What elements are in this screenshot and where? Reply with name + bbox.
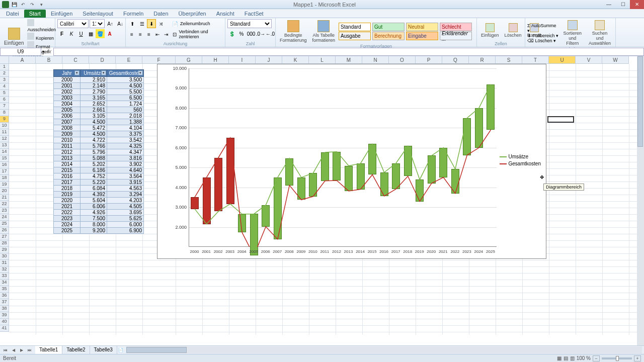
table-cell[interactable]: 2.661 xyxy=(80,107,107,113)
filter-dropdown-icon[interactable]: ▾ xyxy=(101,70,106,75)
table-cell[interactable]: 2000 xyxy=(54,77,80,83)
row-header-21[interactable]: 21 xyxy=(0,195,9,201)
table-cell[interactable]: 2006 xyxy=(54,113,80,119)
row-header-3[interactable]: 3 xyxy=(0,77,9,83)
sheet-tab-tabelle1[interactable]: Tabelle1 xyxy=(35,346,62,354)
namebox-dropdown-icon[interactable]: ▾ xyxy=(41,49,45,54)
table-row[interactable]: 20033.1656.500 xyxy=(54,95,144,101)
table-cell[interactable]: 2.148 xyxy=(80,83,107,89)
table-row[interactable]: 20115.7664.325 xyxy=(54,143,144,149)
fx-icon[interactable]: fx xyxy=(45,49,53,54)
table-cell[interactable]: 6.000 xyxy=(107,222,144,228)
qat-redo-icon[interactable]: ↷ xyxy=(28,1,36,8)
table-row[interactable]: 20224.9263.695 xyxy=(54,210,144,216)
align-left-icon[interactable]: ≡ xyxy=(128,30,136,39)
style-schlecht[interactable]: Schlecht xyxy=(440,23,472,31)
row-header-22[interactable]: 22 xyxy=(0,201,9,208)
table-row[interactable]: 20194.3923.294 xyxy=(54,192,144,198)
row-header-24[interactable]: 24 xyxy=(0,214,9,221)
table-row[interactable]: 20052.661560 xyxy=(54,107,144,113)
row-header-40[interactable]: 40 xyxy=(0,319,9,325)
row-header-8[interactable]: 8 xyxy=(0,110,9,116)
sheet-nav-next-icon[interactable]: ▶ xyxy=(18,346,25,353)
find-select-button[interactable]: Suchen und Auswählen xyxy=(586,19,613,47)
tab-seitenlayout[interactable]: Seitenlayout xyxy=(77,10,118,18)
table-cell[interactable]: 3.564 xyxy=(107,173,144,179)
table-cell[interactable]: 2020 xyxy=(54,198,80,204)
table-cell[interactable]: 2008 xyxy=(54,125,80,131)
copy-button[interactable]: Kopieren xyxy=(27,33,56,41)
row-header-23[interactable]: 23 xyxy=(0,208,9,214)
row-header-9[interactable]: 9 xyxy=(0,116,9,123)
col-header-I[interactable]: I xyxy=(229,56,256,64)
table-cell[interactable]: 2018 xyxy=(54,186,80,192)
insert-cells-button[interactable]: Einfügen xyxy=(479,22,501,39)
view-pagebreak-icon[interactable]: ▥ xyxy=(570,355,575,361)
table-cell[interactable]: 5.766 xyxy=(80,143,107,149)
align-middle-icon[interactable]: ☰ xyxy=(137,19,146,28)
view-normal-icon[interactable]: ▦ xyxy=(557,355,561,361)
decrease-font-icon[interactable]: A↓ xyxy=(116,19,125,28)
table-row[interactable]: 20125.7964.347 xyxy=(54,149,144,155)
table-cell[interactable]: 2013 xyxy=(54,155,80,161)
row-header-13[interactable]: 13 xyxy=(0,142,9,149)
table-cell[interactable]: 5.604 xyxy=(80,198,107,204)
currency-icon[interactable]: 💲 xyxy=(227,29,236,38)
table-cell[interactable]: 2019 xyxy=(54,192,80,198)
table-cell[interactable]: 4.347 xyxy=(107,149,144,155)
number-format-select[interactable]: Standard xyxy=(227,19,272,28)
col-header-C[interactable]: C xyxy=(62,56,89,64)
col-header-O[interactable]: O xyxy=(389,56,416,64)
table-cell[interactable]: 2023 xyxy=(54,216,80,222)
row-header-30[interactable]: 30 xyxy=(0,253,9,260)
sort-filter-button[interactable]: Sortieren und Filtern xyxy=(560,19,585,47)
row-header-32[interactable]: 32 xyxy=(0,266,9,273)
orientation-icon[interactable]: ⤭ xyxy=(156,19,166,28)
table-cell[interactable]: 5.220 xyxy=(80,179,107,186)
row-header-1[interactable]: 1 xyxy=(0,64,9,70)
row-header-4[interactable]: 4 xyxy=(0,83,9,90)
row-header-16[interactable]: 16 xyxy=(0,162,9,168)
table-cell[interactable]: 4.104 xyxy=(107,125,144,131)
align-bottom-icon[interactable]: ⬇ xyxy=(147,19,156,28)
chart-line-gesamtkosten[interactable] xyxy=(189,68,497,247)
tab-überprüfen[interactable]: Überprüfen xyxy=(174,10,211,18)
table-cell[interactable]: 2.652 xyxy=(80,101,107,107)
table-header-umsätze[interactable]: Umsätze▾ xyxy=(80,70,107,77)
table-row[interactable]: 20085.4724.104 xyxy=(54,125,144,131)
style-ausgabe[interactable]: Ausgabe xyxy=(339,32,371,40)
table-row[interactable]: 20002.9103.500 xyxy=(54,77,144,83)
table-cell[interactable]: 2021 xyxy=(54,204,80,210)
row-header-12[interactable]: 12 xyxy=(0,136,9,142)
view-layout-icon[interactable]: ▤ xyxy=(564,355,568,361)
table-cell[interactable]: 2024 xyxy=(54,222,80,228)
row-header-41[interactable]: 41 xyxy=(0,325,9,332)
table-row[interactable]: 20012.1484.500 xyxy=(54,83,144,89)
table-cell[interactable]: 6.006 xyxy=(80,204,107,210)
table-cell[interactable]: 3.915 xyxy=(107,179,144,186)
zoom-slider[interactable] xyxy=(602,357,632,359)
col-header-Q[interactable]: Q xyxy=(442,56,469,64)
table-cell[interactable]: 2012 xyxy=(54,149,80,155)
percent-icon[interactable]: % xyxy=(237,29,246,38)
row-header-14[interactable]: 14 xyxy=(0,149,9,155)
dec-decimal-icon[interactable]: ←.0 xyxy=(266,29,275,38)
table-cell[interactable]: 560 xyxy=(107,107,144,113)
table-cell[interactable]: 2025 xyxy=(54,228,80,234)
table-cell[interactable]: 4.500 xyxy=(80,131,107,137)
row-header-27[interactable]: 27 xyxy=(0,234,9,240)
col-header-F[interactable]: F xyxy=(142,56,176,64)
tab-start[interactable]: Start xyxy=(24,10,46,18)
table-cell[interactable]: 2005 xyxy=(54,107,80,113)
vscroll-thumb[interactable] xyxy=(637,56,643,147)
align-center-icon[interactable]: ≡ xyxy=(136,30,144,39)
table-cell[interactable]: 4.203 xyxy=(107,198,144,204)
autosum-button[interactable]: Σ AutoSumme ▾ xyxy=(527,23,558,33)
row-header-18[interactable]: 18 xyxy=(0,175,9,182)
table-cell[interactable]: 2010 xyxy=(54,137,80,143)
style-gut[interactable]: Gut xyxy=(372,23,405,31)
col-header-S[interactable]: S xyxy=(496,56,522,64)
row-header-33[interactable]: 33 xyxy=(0,273,9,280)
table-cell[interactable]: 4.500 xyxy=(107,83,144,89)
table-cell[interactable]: 3.542 xyxy=(107,137,144,143)
